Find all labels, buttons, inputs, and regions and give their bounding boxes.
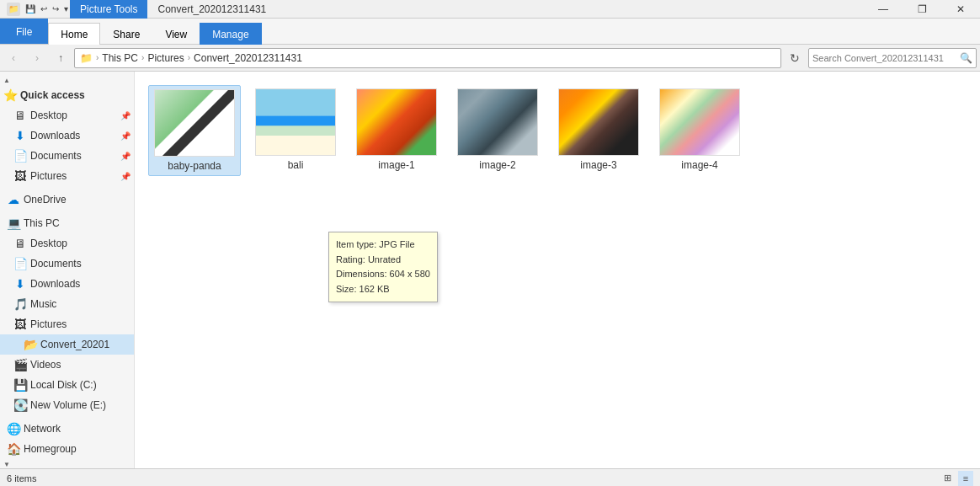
sidebar-item-this-pc[interactable]: 💻 This PC [0, 213, 134, 233]
main-content: ▲ ⭐ Quick access 🖥 Desktop 📌 ⬇ Downloads… [0, 72, 980, 468]
sidebar-item-desktop[interactable]: 🖥 Desktop 📌 [0, 105, 134, 126]
scroll-down-button[interactable]: ▼ [0, 459, 13, 468]
minimize-button[interactable]: — [864, 0, 903, 19]
maximize-button[interactable]: ❐ [903, 0, 941, 19]
breadcrumb-this-pc[interactable]: This PC [102, 52, 138, 64]
ribbon: File Home Share View Manage [0, 19, 980, 45]
file-name: baby-panda [168, 160, 221, 172]
status-bar: 6 items ⊞ ≡ [0, 468, 980, 486]
file-item[interactable]: image-4 [653, 85, 746, 176]
sidebar-item-videos[interactable]: 🎬 Videos [0, 355, 134, 375]
tab-manage[interactable]: Manage [200, 23, 261, 45]
up-button[interactable]: ↑ [51, 48, 71, 68]
pin-icon4: 📌 [120, 172, 134, 181]
pin-icon3: 📌 [120, 152, 134, 161]
pin-icon2: 📌 [120, 131, 134, 141]
tab-share[interactable]: Share [100, 23, 152, 45]
file-item[interactable]: image-1 [350, 85, 443, 176]
sidebar-item-desktop2[interactable]: 🖥 Desktop [0, 233, 134, 254]
address-bar-area: ‹ › ↑ 📁 › This PC › Pictures › Convert_2… [0, 45, 980, 72]
music-icon: 🎵 [13, 297, 27, 311]
sidebar-item-network[interactable]: 🌐 Network [0, 419, 134, 439]
file-area: baby-pandabaliimage-1image-2image-3image… [135, 72, 980, 468]
forward-button[interactable]: › [27, 48, 47, 68]
sidebar-section-quick-access: ⭐ Quick access [0, 85, 134, 105]
sidebar-item-pictures2[interactable]: 🖼 Pictures [0, 314, 134, 334]
file-item[interactable]: image-3 [552, 85, 645, 176]
tooltip-line4: Size: 162 KB [336, 282, 430, 297]
redo-icon[interactable]: ↪ [51, 4, 61, 13]
scroll-up-button[interactable]: ▲ [0, 75, 13, 85]
sidebar-item-downloads-qa[interactable]: ⬇ Downloads 📌 [0, 126, 134, 146]
sidebar-item-downloads2[interactable]: ⬇ Downloads [0, 274, 134, 294]
sidebar-item-local-disk[interactable]: 💾 Local Disk (C:) [0, 375, 134, 395]
undo-icon[interactable]: ↩ [39, 4, 49, 13]
videos-icon: 🎬 [13, 358, 27, 371]
quick-access-icon: ⭐ [3, 88, 17, 102]
file-thumbnail [457, 88, 538, 156]
file-item[interactable]: image-2 [451, 85, 544, 176]
sidebar-item-music[interactable]: 🎵 Music [0, 294, 134, 314]
this-pc-icon: 💻 [7, 216, 20, 230]
file-name: image-3 [580, 159, 616, 171]
sidebar-item-new-volume[interactable]: 💽 New Volume (E:) [0, 395, 134, 415]
file-thumbnail [356, 88, 437, 156]
title-filename: Convert_202012311431 [147, 3, 276, 15]
search-box[interactable]: 🔍 [808, 48, 977, 68]
tab-file[interactable]: File [0, 19, 48, 44]
back-button[interactable]: ‹ [3, 48, 24, 68]
save-icon[interactable]: 💾 [24, 4, 37, 13]
sidebar-item-convert-folder[interactable]: 📂 Convert_20201 [0, 334, 134, 355]
downloads-icon: ⬇ [13, 129, 27, 142]
file-thumbnail [154, 89, 235, 157]
grid-view-button[interactable]: ⊞ [940, 471, 955, 486]
file-thumbnail [558, 88, 639, 156]
search-icon[interactable]: 🔍 [960, 52, 972, 64]
sidebar-item-pictures-qa[interactable]: 🖼 Pictures 📌 [0, 166, 134, 186]
view-controls: ⊞ ≡ [940, 471, 973, 486]
file-name: bali [288, 159, 304, 171]
pictures2-icon: 🖼 [13, 318, 27, 331]
list-view-button[interactable]: ≡ [958, 471, 973, 486]
file-thumbnail [659, 88, 740, 156]
pin-icon: 📌 [120, 111, 134, 120]
file-name: image-4 [681, 159, 717, 171]
tooltip-line2: Rating: Unrated [336, 253, 430, 268]
title-bar-left: 📁 💾 ↩ ↪ ▾ [0, 3, 70, 16]
homegroup-icon: 🏠 [7, 442, 20, 456]
breadcrumb: 📁 › This PC › Pictures › Convert_2020123… [80, 52, 302, 64]
tab-home[interactable]: Home [48, 23, 100, 45]
desktop-icon: 🖥 [13, 109, 27, 122]
sidebar-item-homegroup[interactable]: 🏠 Homegroup [0, 439, 134, 459]
breadcrumb-current-folder[interactable]: Convert_202012311431 [194, 52, 302, 64]
documents2-icon: 📄 [13, 257, 27, 270]
sidebar-item-onedrive[interactable]: ☁ OneDrive [0, 190, 134, 210]
window-controls: — ❐ ✕ [864, 0, 980, 19]
search-input[interactable] [812, 53, 960, 63]
quick-access-toolbar: 💾 ↩ ↪ ▾ [24, 4, 70, 13]
file-item[interactable]: baby-panda [148, 85, 241, 176]
new-volume-icon: 💽 [13, 398, 27, 412]
sidebar-item-documents-qa[interactable]: 📄 Documents 📌 [0, 146, 134, 166]
file-name: image-1 [378, 159, 414, 171]
file-item[interactable]: bali [249, 85, 342, 176]
file-name: image-2 [479, 159, 515, 171]
close-button[interactable]: ✕ [941, 0, 980, 19]
folder-open-icon: 📂 [24, 338, 37, 351]
tab-view[interactable]: View [152, 23, 200, 45]
breadcrumb-pictures[interactable]: Pictures [147, 52, 184, 64]
onedrive-icon: ☁ [7, 193, 20, 206]
sidebar: ▲ ⭐ Quick access 🖥 Desktop 📌 ⬇ Downloads… [0, 72, 135, 468]
sidebar-item-documents2[interactable]: 📄 Documents [0, 254, 134, 274]
items-count: 6 items [7, 473, 36, 483]
address-bar[interactable]: 📁 › This PC › Pictures › Convert_2020123… [74, 48, 781, 68]
file-tooltip: Item type: JPG File Rating: Unrated Dime… [328, 232, 438, 302]
documents-icon: 📄 [13, 149, 27, 163]
tooltip-line1: Item type: JPG File [336, 238, 430, 253]
app-icon: 📁 [7, 3, 20, 16]
breadcrumb-folder-icon: 📁 [80, 52, 93, 64]
refresh-button[interactable]: ↻ [785, 48, 805, 68]
title-bar: 📁 💾 ↩ ↪ ▾ Picture Tools Convert_20201231… [0, 0, 980, 19]
dropdown-icon[interactable]: ▾ [62, 4, 70, 13]
tooltip-line3: Dimensions: 604 x 580 [336, 267, 430, 282]
